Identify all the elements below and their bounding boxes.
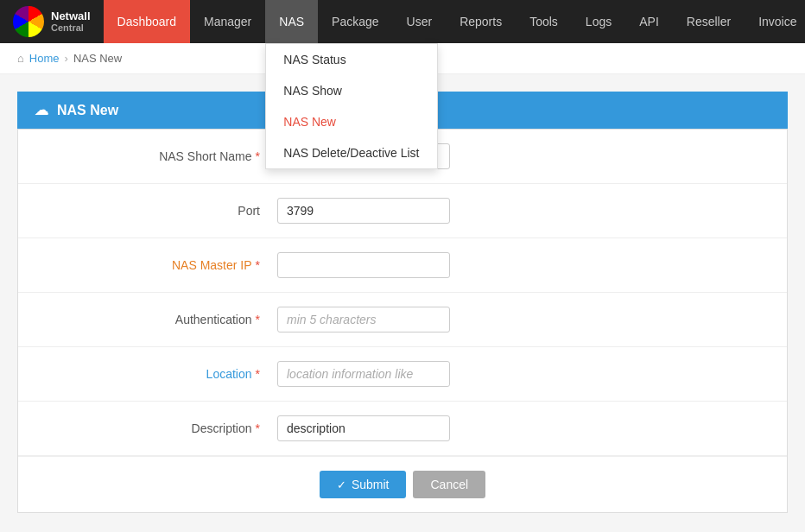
- nav-invoice[interactable]: Invoice: [745, 0, 805, 43]
- label-port: Port: [35, 204, 277, 218]
- nav-nas-dropdown: NAS NAS Status NAS Show NAS New NAS Dele…: [265, 0, 318, 43]
- section-icon: ☁: [35, 102, 48, 118]
- input-description[interactable]: [277, 415, 450, 441]
- form-row-authentication: Authentication*: [18, 293, 787, 347]
- breadcrumb-separator: ›: [65, 52, 68, 65]
- cancel-button[interactable]: Cancel: [413, 471, 485, 498]
- input-nas-master-ip[interactable]: [277, 252, 450, 278]
- form-row-port: Port: [18, 184, 787, 238]
- section-title: NAS New: [57, 103, 118, 118]
- dropdown-nas-status[interactable]: NAS Status: [266, 44, 437, 75]
- label-description: Description*: [35, 421, 277, 435]
- input-authentication[interactable]: [277, 307, 450, 332]
- dropdown-nas-delete[interactable]: NAS Delete/Deactive List: [266, 137, 437, 168]
- nav-dashboard[interactable]: Dashboard: [104, 0, 191, 43]
- home-icon: ⌂: [17, 52, 24, 65]
- brand-subtitle: Central: [51, 22, 91, 34]
- form-row-location: Location*: [18, 347, 787, 402]
- label-location: Location*: [35, 367, 277, 381]
- nav-reseller[interactable]: Reseller: [673, 0, 745, 43]
- input-port[interactable]: [277, 198, 450, 224]
- form-row-nas-master-ip: NAS Master IP*: [18, 238, 787, 293]
- brand-name: Netwall: [51, 10, 91, 23]
- nav-api[interactable]: API: [625, 0, 673, 43]
- nav-tools[interactable]: Tools: [516, 0, 572, 43]
- nav-reports[interactable]: Reports: [446, 0, 516, 43]
- checkmark-icon: ✓: [337, 478, 346, 491]
- submit-button[interactable]: ✓ Submit: [320, 471, 407, 498]
- input-location[interactable]: [277, 361, 450, 387]
- nas-dropdown-menu: NAS Status NAS Show NAS New NAS Delete/D…: [265, 43, 438, 169]
- nav-items: Dashboard Manager NAS NAS Status NAS Sho…: [104, 0, 805, 43]
- label-nas-short-name: NAS Short Name*: [35, 149, 277, 163]
- dropdown-nas-show[interactable]: NAS Show: [266, 75, 437, 106]
- nav-package[interactable]: Package: [318, 0, 392, 43]
- breadcrumb-home-link[interactable]: Home: [29, 52, 60, 65]
- nav-user[interactable]: User: [393, 0, 447, 43]
- form-actions: ✓ Submit Cancel: [18, 456, 787, 512]
- brand-icon: [13, 6, 44, 37]
- navbar: Netwall Central Dashboard Manager NAS NA…: [0, 0, 805, 43]
- label-authentication: Authentication*: [35, 313, 277, 326]
- breadcrumb-current: NAS New: [73, 52, 122, 65]
- nav-nas[interactable]: NAS: [265, 0, 318, 43]
- nav-manager[interactable]: Manager: [190, 0, 265, 43]
- dropdown-nas-new[interactable]: NAS New: [266, 106, 437, 137]
- label-nas-master-ip: NAS Master IP*: [35, 258, 277, 272]
- brand-logo: Netwall Central: [0, 0, 104, 43]
- form-container: NAS Short Name* Port NAS Master IP* Auth…: [17, 129, 788, 513]
- form-row-description: Description*: [18, 402, 787, 456]
- nav-logs[interactable]: Logs: [572, 0, 625, 43]
